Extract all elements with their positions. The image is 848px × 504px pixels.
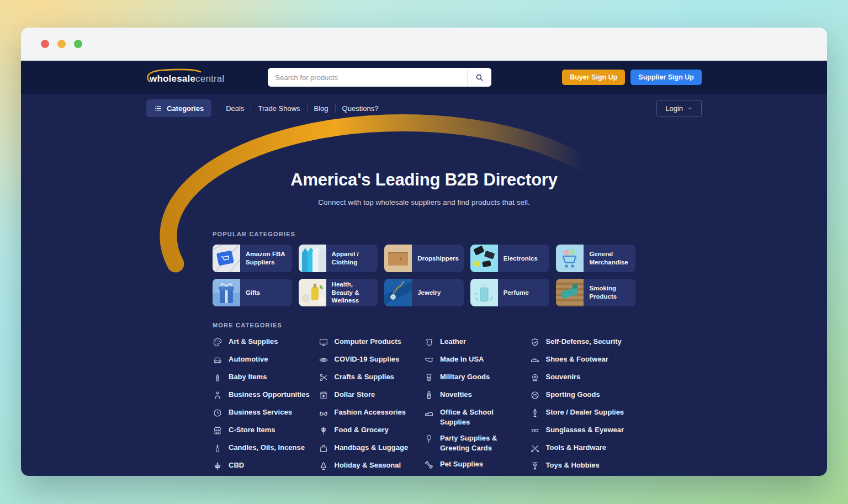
more-category-label: Computer Products	[335, 337, 401, 347]
general-merchandise-thumb	[556, 245, 584, 272]
wheat-icon	[319, 426, 328, 436]
close-window-button[interactable]	[41, 40, 49, 48]
more-category-item[interactable]: Automotive	[213, 354, 319, 365]
more-category-item[interactable]: Store / Dealer Supplies	[530, 407, 636, 418]
more-category-item[interactable]: Made In USA	[424, 354, 530, 365]
site-header: wholesalecentral Buyer Sign Up Supplier …	[21, 61, 827, 94]
nav-link[interactable]: Trade Shows	[251, 104, 306, 113]
perfume-thumb	[470, 279, 498, 306]
more-category-label: COVID-19 Supplies	[335, 354, 400, 364]
popular-category-card[interactable]: Health, Beauty & Wellness	[299, 279, 378, 306]
popular-category-label: Dropshippers	[412, 254, 464, 263]
more-category-label: Office & School Supplies	[440, 407, 523, 427]
more-category-label: Automotive	[229, 354, 268, 364]
more-category-label: Baby Items	[229, 372, 267, 382]
popular-category-card[interactable]: Gifts	[213, 279, 292, 306]
more-category-item[interactable]: Military Goods	[424, 372, 530, 383]
page-body: Categories DealsTrade ShowsBlogQuestions…	[21, 94, 827, 476]
more-category-item[interactable]: Self-Defense, Security	[530, 337, 636, 348]
more-category-label: Crafts & Supplies	[335, 372, 394, 382]
popular-category-card[interactable]: Smoking Products	[556, 279, 635, 306]
login-button[interactable]: Login	[656, 100, 702, 117]
more-category-label: Art & Supplies	[229, 337, 278, 347]
popular-category-card[interactable]: Apparel / Clothing	[299, 245, 378, 272]
more-category-item[interactable]: Holiday & Seasonal	[319, 460, 425, 471]
more-category-item[interactable]: Novelties	[424, 390, 530, 401]
nav-link[interactable]: Blog	[308, 104, 335, 113]
more-category-item[interactable]: Tools & Hardware	[530, 443, 636, 454]
scissors-icon	[319, 373, 328, 383]
more-category-item[interactable]: Baby Items	[213, 372, 319, 383]
more-category-item[interactable]: Pet Supplies	[424, 459, 530, 470]
popular-category-card[interactable]: Amazon FBA Suppliers	[213, 245, 292, 272]
categories-button[interactable]: Categories	[146, 99, 211, 117]
chevron-down-icon	[687, 105, 693, 112]
nav-link[interactable]: Questions?	[336, 104, 385, 113]
more-category-label: Business Services	[229, 407, 292, 417]
supplier-sign-up-button[interactable]: Supplier Sign Up	[630, 70, 702, 85]
more-category-label: Leather	[440, 337, 466, 347]
more-category-item[interactable]: Handbags & Luggage	[319, 443, 425, 454]
nav-link[interactable]: Deals	[219, 104, 251, 113]
popular-category-card[interactable]: Electronics	[470, 245, 550, 272]
more-category-item[interactable]: Business Opportunities	[213, 390, 319, 401]
page-title: America's Leading B2B Directory	[21, 170, 827, 190]
more-category-item[interactable]: Party Supplies & Greeting Cards	[424, 433, 530, 453]
tree-icon	[319, 461, 328, 471]
more-category-item[interactable]: Art & Supplies	[213, 337, 319, 348]
more-category-item[interactable]: C-Store Items	[213, 425, 319, 436]
more-category-item[interactable]: Dollar Store	[319, 390, 425, 401]
popular-categories-grid: Amazon FBA SuppliersApparel / ClothingDr…	[213, 245, 635, 306]
maximize-window-button[interactable]	[74, 40, 82, 48]
more-category-label: C-Store Items	[229, 425, 275, 435]
more-category-label: Handbags & Luggage	[335, 443, 409, 453]
more-category-item[interactable]: Shoes & Footwear	[530, 354, 636, 365]
more-category-label: Holiday & Seasonal	[335, 460, 401, 470]
wholesale-central-logo[interactable]: wholesalecentral	[146, 69, 226, 86]
popular-category-label: Jewelry	[412, 289, 446, 297]
popular-category-label: Perfume	[498, 289, 534, 297]
popular-category-card[interactable]: Dropshippers	[384, 245, 464, 272]
snow-globe-icon	[530, 373, 540, 383]
more-category-item[interactable]: Business Services	[213, 407, 319, 418]
more-category-item[interactable]: Computer Products	[319, 337, 425, 348]
login-label: Login	[665, 104, 683, 113]
minimize-window-button[interactable]	[57, 40, 66, 48]
popular-category-label: Health, Beauty & Wellness	[326, 280, 378, 305]
more-categories-heading: MORE CATEGORIES	[213, 322, 635, 328]
more-category-item[interactable]: Fashion Accessories	[319, 407, 425, 418]
browser-chrome-bar	[21, 28, 827, 61]
popular-category-label: Amazon FBA Suppliers	[240, 250, 292, 267]
nav-links: DealsTrade ShowsBlogQuestions?	[219, 104, 385, 113]
more-category-item[interactable]: Sporting Goods	[530, 390, 636, 401]
more-category-item[interactable]: Souvenirs	[530, 372, 636, 383]
leather-hide-icon	[424, 337, 434, 347]
hero-section: America's Leading B2B Directory Connect …	[21, 170, 827, 206]
person-icon	[213, 390, 222, 400]
more-category-item[interactable]: Office & School Supplies	[424, 407, 530, 427]
more-category-item[interactable]: Leather	[424, 337, 530, 348]
search-button[interactable]	[467, 68, 491, 87]
apparel-thumb	[299, 245, 326, 272]
search-input[interactable]	[268, 68, 467, 87]
more-category-item[interactable]: COVID-19 Supplies	[319, 354, 425, 365]
more-categories-column: Art & SuppliesAutomotiveBaby ItemsBusine…	[213, 337, 319, 476]
smoking-products-thumb	[556, 279, 584, 306]
buyer-sign-up-button[interactable]: Buyer Sign Up	[562, 70, 625, 85]
electronics-thumb	[470, 245, 498, 272]
more-category-item[interactable]: Crafts & Supplies	[319, 372, 425, 383]
more-categories-column: LeatherMade In USAMilitary GoodsNoveltie…	[424, 337, 530, 476]
more-category-label: Made In USA	[440, 354, 484, 364]
more-category-label: Fashion Accessories	[335, 407, 406, 417]
more-categories-column: Self-Defense, SecurityShoes & FootwearSo…	[530, 337, 636, 476]
more-category-item[interactable]: Food & Grocery	[319, 425, 425, 436]
popular-category-card[interactable]: Jewelry	[384, 279, 464, 306]
popular-category-card[interactable]: General Merchandise	[556, 245, 635, 272]
more-category-item[interactable]: CBD	[213, 460, 319, 471]
popular-category-card[interactable]: Perfume	[470, 279, 550, 306]
ball-icon	[530, 390, 540, 400]
more-category-item[interactable]: Toys & Hobbies	[530, 460, 636, 471]
more-category-item[interactable]: Candles, Oils, Incense	[213, 443, 319, 454]
logo-text-wholesale: wholesale	[150, 73, 195, 84]
more-category-item[interactable]: Sunglasses & Eyewear	[530, 425, 636, 436]
